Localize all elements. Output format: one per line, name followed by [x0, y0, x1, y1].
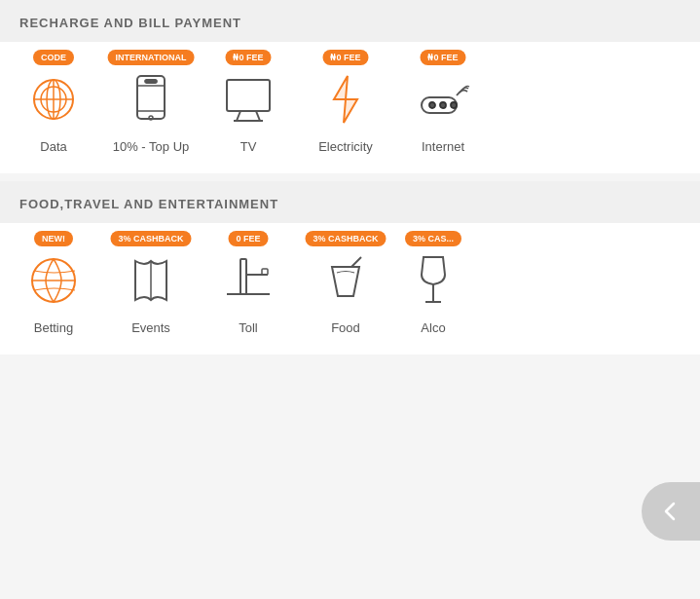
- icon-wrap-betting: [19, 246, 88, 315]
- recharge-items-scroll[interactable]: CODE Data INTERNATIONAL: [0, 42, 700, 173]
- back-button[interactable]: [642, 482, 700, 541]
- food-travel-header: FOOD,TRAVEL AND ENTERTAINMENT: [0, 181, 700, 223]
- icon-wrap-data: [19, 65, 88, 133]
- label-electricity: Electricity: [318, 139, 373, 154]
- icon-wrap-alcohol: [399, 246, 467, 315]
- svg-line-26: [351, 257, 361, 267]
- badge-toll: 0 FEE: [228, 231, 268, 246]
- label-tv: TV: [240, 139, 257, 154]
- icon-wrap-tv: [214, 65, 282, 133]
- label-topup: 10% - Top Up: [113, 139, 190, 154]
- badge-betting: NEW!: [34, 231, 73, 246]
- item-internet[interactable]: ₦0 FEE Internet: [399, 57, 487, 154]
- item-tv[interactable]: ₦0 FEE TV: [204, 57, 292, 154]
- svg-point-18: [451, 102, 457, 108]
- item-toll[interactable]: 0 FEE Toll: [204, 239, 292, 335]
- recharge-section: RECHARGE AND BILL PAYMENT CODE Data INTE…: [0, 0, 700, 173]
- badge-food: 3% CASHBACK: [305, 231, 386, 246]
- badge-international: INTERNATIONAL: [108, 50, 195, 65]
- svg-rect-22: [240, 259, 246, 294]
- item-topup[interactable]: INTERNATIONAL 10% - Top Up: [107, 57, 195, 154]
- icon-wrap-toll: [214, 246, 282, 315]
- item-events[interactable]: 3% CASHBACK Events: [107, 239, 195, 335]
- label-betting: Betting: [34, 320, 73, 335]
- label-food: Food: [331, 320, 360, 335]
- badge-tv: ₦0 FEE: [225, 50, 271, 65]
- label-internet: Internet: [422, 139, 464, 154]
- badge-code: CODE: [33, 50, 74, 65]
- item-data[interactable]: CODE Data: [10, 57, 97, 154]
- icon-wrap-internet: [409, 65, 477, 133]
- badge-events: 3% CASHBACK: [110, 231, 191, 246]
- svg-rect-9: [145, 80, 157, 83]
- item-food[interactable]: 3% CASHBACK Food: [302, 239, 389, 335]
- icon-wrap-food: [312, 246, 380, 315]
- svg-rect-10: [227, 80, 270, 111]
- icon-wrap-events: [117, 246, 185, 315]
- badge-electricity: ₦0 FEE: [322, 50, 368, 65]
- icon-wrap-topup: [117, 65, 185, 133]
- item-electricity[interactable]: ₦0 FEE Electricity: [302, 57, 389, 154]
- recharge-header: RECHARGE AND BILL PAYMENT: [0, 0, 700, 42]
- svg-point-17: [440, 102, 446, 108]
- item-betting[interactable]: NEW! Betting: [10, 239, 97, 335]
- badge-alcohol: 3% CAS...: [405, 231, 461, 246]
- svg-marker-14: [334, 76, 357, 123]
- icon-wrap-electricity: [312, 65, 380, 133]
- label-alcohol: Alco: [421, 320, 445, 335]
- label-events: Events: [131, 320, 170, 335]
- badge-internet: ₦0 FEE: [420, 50, 465, 65]
- item-alcohol[interactable]: 3% CAS... Alco: [399, 239, 467, 335]
- label-toll: Toll: [239, 320, 258, 335]
- food-travel-items-scroll[interactable]: NEW! Betting 3% CASHBACK: [0, 223, 700, 355]
- food-travel-section: FOOD,TRAVEL AND ENTERTAINMENT NEW! Betti…: [0, 181, 700, 355]
- label-data: Data: [40, 139, 66, 154]
- svg-line-11: [237, 111, 240, 121]
- svg-line-12: [256, 111, 260, 121]
- svg-point-16: [429, 102, 435, 108]
